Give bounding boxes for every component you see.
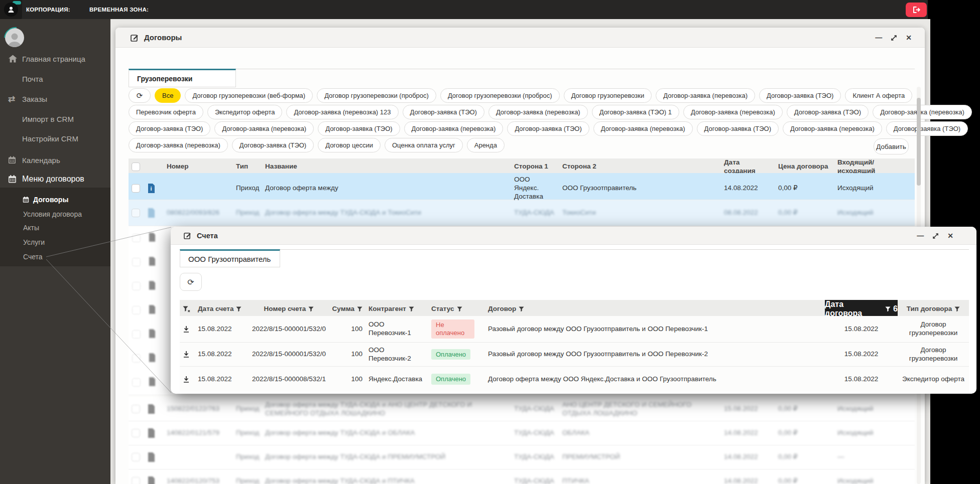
add-button[interactable]: Добавить (874, 138, 909, 154)
filter-chip[interactable]: Договор-заявка (перевозка) (683, 105, 783, 119)
invoice-row[interactable]: 15.08.2022 2022/8/15-000001/532/0 100 ОО… (180, 343, 969, 367)
table-row[interactable]: 080822/0093/826 Приход Договор оферта ме… (129, 200, 915, 226)
filter-chip[interactable]: Договор-заявка (ТЭО) (787, 105, 869, 119)
filter-chip[interactable]: Договор-заявка (перевозка) (656, 88, 755, 103)
submenu-item-services[interactable]: Услуги (0, 236, 110, 249)
tab-consignor[interactable]: ООО Грузоотправитель (180, 249, 280, 267)
column-header[interactable]: Сумма (330, 300, 365, 318)
document-info-icon[interactable]: i (145, 173, 164, 204)
filter-chip[interactable]: Договор-заявка (ТЭО) (759, 88, 841, 103)
filter-chip[interactable]: Перевозчик оферта (129, 105, 203, 119)
filter-chip[interactable]: Договор-заявка (перевозка) (214, 121, 314, 136)
column-header-active-filter[interactable]: Дата договора 6 (825, 300, 898, 318)
scrollbar-thumb[interactable] (917, 98, 921, 186)
filter-funnel-icon[interactable] (357, 306, 362, 312)
filter-chip[interactable]: Договор-заявка (ТЭО) (318, 121, 400, 136)
download-icon[interactable] (180, 316, 195, 342)
filter-chip[interactable]: Договор грузоперевозки (веб-форма) (185, 88, 313, 103)
filter-chip[interactable]: Договор-заявка (перевозка) (873, 105, 972, 119)
sidebar-item-home[interactable]: Главная страница (0, 51, 110, 66)
refresh-button[interactable]: ⟳ (180, 273, 202, 291)
row-checkbox[interactable] (132, 184, 140, 193)
row-checkbox[interactable] (132, 453, 140, 461)
sidebar-item-mail[interactable]: Почта (0, 71, 110, 86)
table-row[interactable]: 140822/0120/753 Приход Договор оферта ме… (129, 469, 915, 484)
filter-chip[interactable]: Договор-заявка (ТЭО) (232, 138, 314, 152)
table-row[interactable]: 150822/0122/763 Приход Договор оферта ме… (129, 397, 915, 421)
filter-funnel-icon[interactable] (409, 306, 414, 312)
filter-funnel-icon[interactable] (885, 306, 891, 312)
document-icon (145, 421, 164, 445)
filter-chip[interactable]: Договор-заявка (перевозка) 123 (286, 105, 398, 119)
submenu-item-label: Счета (23, 253, 43, 261)
close-icon[interactable]: ✕ (947, 232, 953, 240)
column-header[interactable]: Договор (481, 300, 825, 318)
table-row[interactable]: Приход Договор оферта между ТУДА-СЮДА и … (129, 445, 915, 469)
row-checkbox[interactable] (132, 405, 140, 413)
filter-chip[interactable]: Договор грузоперевозки (проброс) (440, 88, 560, 103)
filter-funnel-icon[interactable] (457, 306, 462, 312)
filter-chip[interactable]: Договор-заявка (ТЭО) (886, 121, 968, 136)
filter-chip[interactable]: Договор-заявка (перевозка) (129, 138, 228, 152)
filter-chip[interactable]: Клиент А оферта (845, 88, 912, 103)
column-header[interactable]: Тип договора (898, 300, 969, 318)
column-header[interactable]: Статус (428, 300, 481, 318)
minimize-icon[interactable]: — (917, 232, 924, 240)
sidebar-item-calendar[interactable]: Календарь (0, 152, 110, 168)
filter-chip[interactable]: Договор-заявка (ТЭО) 1 (592, 105, 679, 119)
filter-chip[interactable]: Договор грузоперевозки (564, 88, 652, 103)
row-checkbox[interactable] (132, 209, 140, 217)
refresh-button[interactable]: ⟳ (129, 88, 151, 103)
close-icon[interactable]: ✕ (906, 34, 912, 42)
filter-funnel-icon[interactable] (954, 306, 960, 312)
minimize-icon[interactable]: — (875, 34, 882, 42)
filter-chip[interactable]: Договор-заявка (ТЭО) (129, 121, 210, 136)
submenu-item-acts[interactable]: Акты (0, 221, 110, 234)
column-header[interactable]: Контрагент (365, 300, 428, 318)
filter-chip[interactable]: Договор-заявка (ТЭО) (403, 105, 484, 119)
tab-cargo-transport[interactable]: Грузоперевозки (129, 69, 236, 87)
table-row[interactable]: 140822/0121/579 Приход Договор оферта ме… (129, 421, 915, 445)
table-row-selected[interactable]: i Приход Договор оферта между ООО Яндекс… (129, 173, 915, 200)
filter-chip[interactable]: Договор-заявка (ТЭО) (697, 121, 779, 136)
invoice-row[interactable]: 15.08.2022 2022/8/15-000001/532/0 100 ОО… (180, 316, 969, 343)
filter-chip[interactable]: Договор-заявка (перевозка) (783, 121, 882, 136)
filter-chip[interactable]: Договор-заявка (перевозка) (593, 121, 693, 136)
column-header[interactable]: Номер счета (248, 300, 330, 318)
clear-filters-cell[interactable] (180, 300, 195, 318)
filter-chip[interactable]: Договор-заявка (перевозка) (488, 105, 588, 119)
person-icon (7, 6, 15, 14)
filter-chip-all[interactable]: Все (155, 88, 181, 103)
filter-funnel-icon[interactable] (519, 306, 524, 312)
filter-chip[interactable]: Оценка оплата услуг (385, 138, 463, 152)
logout-button[interactable] (906, 3, 927, 17)
download-icon[interactable] (180, 343, 195, 366)
row-checkbox[interactable] (132, 429, 140, 437)
expand-icon[interactable] (932, 233, 939, 239)
download-icon[interactable] (180, 367, 195, 392)
select-all-checkbox[interactable] (132, 163, 140, 171)
filter-funnel-icon[interactable] (236, 306, 241, 312)
invoice-row[interactable]: 15.08.2022 2022/8/15-000008/532/1 100 Ян… (180, 367, 969, 392)
filter-chip[interactable]: Экспедитор оферта (207, 105, 283, 119)
filter-chip[interactable]: Аренда (467, 138, 505, 152)
expand-icon[interactable] (891, 35, 897, 41)
column-header[interactable]: Дата счета (195, 300, 248, 318)
submenu-item-contracts[interactable]: Договоры (0, 193, 110, 206)
row-checkbox[interactable] (132, 477, 140, 484)
filter-chip[interactable]: Договор-заявка (ТЭО) (507, 121, 589, 136)
sidebar-item-label: Настройки CRM (22, 134, 78, 143)
filter-funnel-icon[interactable] (308, 306, 314, 312)
submenu-item-invoices[interactable]: Счета (0, 250, 110, 263)
topbar-user-avatar[interactable] (4, 3, 18, 17)
filter-chip[interactable]: Договор цессии (318, 138, 381, 152)
sidebar-item-crm-settings[interactable]: Настройки CRM (0, 131, 110, 146)
filter-chip[interactable]: Договор-заявка (перевозка) (404, 121, 504, 136)
sidebar-item-contracts-menu[interactable]: Меню договоров (0, 172, 110, 187)
sidebar-item-crm-import[interactable]: Импорт в CRM (0, 111, 110, 126)
filter-chip[interactable]: Договор грузоперевозки (проброс) (317, 88, 436, 103)
document-icon (149, 281, 156, 290)
submenu-item-contract-terms[interactable]: Условия договора (0, 208, 110, 221)
sidebar-item-orders[interactable]: ⇄ Заказы (0, 91, 110, 106)
refresh-icon: ⟳ (187, 277, 194, 287)
